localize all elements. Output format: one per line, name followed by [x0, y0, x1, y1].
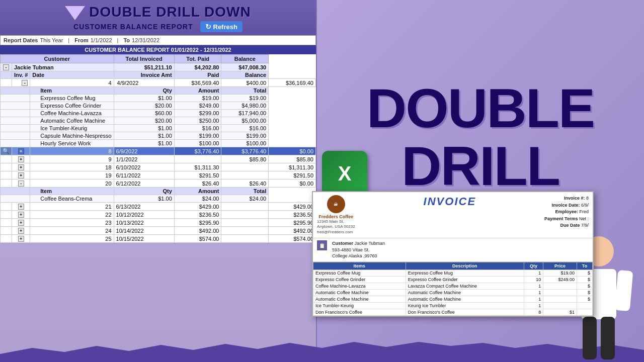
- inv24-date: 10/14/2022: [114, 227, 174, 235]
- inv9-date: 1/1/2022: [114, 155, 174, 163]
- item3-amount: $299.00: [174, 110, 221, 117]
- inv4-paid: $400.00: [221, 79, 269, 87]
- inv25-no: 25: [30, 235, 114, 243]
- inv4-expand-btn[interactable]: -: [22, 80, 28, 86]
- inv20-date: 6/12/2022: [114, 179, 174, 188]
- inv21-expand-btn[interactable]: +: [18, 204, 24, 210]
- invoice-row-19[interactable]: + 19 6/11/2022 $291.50 $291.50: [1, 171, 316, 179]
- item-row-4: Automatic Coffee Machine $20.00 $250.00 …: [1, 117, 316, 125]
- inv-item4-price: [543, 290, 577, 296]
- inv21-expand[interactable]: +: [12, 203, 30, 211]
- invoice-row-21[interactable]: + 21 6/13/2022 $429.00 $429.00: [1, 203, 316, 211]
- inv20-amt: $26.40: [174, 179, 221, 188]
- excel-icon: X: [322, 151, 367, 196]
- item20-1-qty: $1.00: [114, 195, 174, 203]
- inv23-expand-btn[interactable]: +: [18, 220, 24, 226]
- inv19-balance: $291.50: [269, 171, 316, 179]
- big-text-line1: DOUBLE: [367, 79, 594, 137]
- col-paid: Paid: [174, 71, 221, 79]
- total-col: Total: [221, 87, 269, 95]
- inv19-expand-btn[interactable]: +: [18, 172, 24, 178]
- invoice-row-24[interactable]: + 24 10/14/2022 $492.00 $492.00: [1, 227, 316, 235]
- inv-item6-desc: Keurig Ice Tumbler: [406, 303, 524, 309]
- inv-item2-qty: 10: [524, 277, 543, 283]
- inv20-expand-btn[interactable]: -: [18, 180, 24, 187]
- inv24-balance: $492.00: [269, 227, 316, 235]
- item-row-6: Capsule Machine-Nespresso $1.00 $199.00 …: [1, 132, 316, 140]
- inv20-expand[interactable]: -: [12, 179, 30, 188]
- inv25-amt: $574.00: [174, 235, 221, 243]
- item6-name: Capsule Machine-Nespresso: [30, 132, 114, 140]
- search-icon-cell: 🔍: [1, 147, 12, 155]
- col-invoice-amt: Invoice Amt: [114, 71, 174, 79]
- inv22-expand-btn[interactable]: +: [18, 212, 24, 218]
- inv9-balance: $85.80: [269, 155, 316, 163]
- invoice-row-22[interactable]: + 22 10/12/2022 $236.50 $236.50: [1, 211, 316, 219]
- inv21-date: 6/13/2022: [114, 203, 174, 211]
- item5-name: Ice Tumbler-Keurig: [30, 125, 114, 132]
- inv25-expand-btn[interactable]: +: [18, 236, 24, 242]
- item2-amount: $249.00: [174, 102, 221, 110]
- inv-no-line: Invoice #: 8: [544, 195, 589, 202]
- inv9-amt: [174, 155, 221, 163]
- inv-item-2: Expresso Coffee Grinder Expresso Coffee …: [313, 277, 593, 283]
- customer-expand[interactable]: -: [1, 63, 12, 71]
- inv24-expand[interactable]: +: [12, 227, 30, 235]
- customer-row[interactable]: - Jackie Tubman $51,211.10 $4,202.80 $47…: [1, 63, 316, 71]
- invoice-row-18[interactable]: + 18 6/10/2022 $1,311.30 $1,311.30: [1, 163, 316, 171]
- customer-expand-btn[interactable]: -: [3, 64, 9, 70]
- inv8-expand-btn[interactable]: +: [18, 148, 24, 154]
- company-address: 12345 Main St.Anytown, USA 00232fred@Fre…: [317, 219, 355, 235]
- inv4-expand[interactable]: -: [12, 79, 30, 87]
- invoice-row-23[interactable]: + 23 10/13/2022 $295.90 $295.90: [1, 219, 316, 227]
- inv25-expand[interactable]: +: [12, 235, 30, 243]
- invoice-row-4[interactable]: - 4 4/9/2022 $36,569.40 $400.00 $36,169.…: [1, 79, 316, 87]
- inv23-expand[interactable]: +: [12, 219, 30, 227]
- to-label: To: [123, 37, 130, 43]
- inv24-expand-btn[interactable]: +: [18, 228, 24, 234]
- inv-item2-desc: Expresso Coffee Grinder: [406, 277, 524, 283]
- invoice-row-25[interactable]: + 25 10/15/2022 $574.00 $574.00: [1, 235, 316, 243]
- item4-qty: $20.00: [114, 117, 174, 125]
- inv-item3-name: Coffee Machine-Lavazza: [313, 283, 406, 290]
- item5-amount: $16.00: [174, 125, 221, 132]
- inv18-expand[interactable]: +: [12, 163, 30, 171]
- inv9-paid: $85.80: [221, 155, 269, 163]
- col-date: Date: [30, 71, 114, 79]
- amount-col-20: Amount: [174, 188, 221, 195]
- invoice-row-9[interactable]: + 9 1/1/2022 $85.80 $85.80: [1, 155, 316, 163]
- inv21-balance: $429.00: [269, 203, 316, 211]
- inv-col-price: Price: [543, 262, 577, 270]
- item-row-2: Expresso Coffee Grinder $20.00 $249.00 $…: [1, 102, 316, 110]
- item1-amount: $19.00: [174, 95, 221, 102]
- invoice-row-20[interactable]: - 20 6/12/2022 $26.40 $26.40 $0.00: [1, 179, 316, 188]
- inv-item3-price: [543, 283, 577, 290]
- inv21-no: 21: [30, 203, 114, 211]
- item7-qty: $1.00: [114, 140, 174, 147]
- inv19-expand[interactable]: +: [12, 171, 30, 179]
- item3-total: $17,940.00: [221, 110, 269, 117]
- inv8-expand[interactable]: +: [12, 147, 30, 155]
- inv-item4-total: $: [577, 290, 592, 296]
- inv9-expand-btn[interactable]: +: [18, 156, 24, 162]
- popup-customer-city: College Alaska ,99760: [332, 253, 385, 259]
- refresh-button[interactable]: ↻ Refresh: [200, 21, 243, 32]
- inv23-no: 23: [30, 219, 114, 227]
- inv22-no: 22: [30, 211, 114, 219]
- inv4-no: 4: [30, 79, 114, 87]
- item6-total: $199.00: [221, 132, 269, 140]
- invoice-row-8[interactable]: 🔍 + 8 6/9/2022 $3,776.40 $3,776.40 $0.00: [1, 147, 316, 155]
- sub-title: CUSTOMER BALANCE REPORT: [73, 23, 193, 31]
- report-title-row: CUSTOMER BALANCE REPORT 01/01/2022 - 12/…: [0, 45, 316, 54]
- item6-amount: $199.00: [174, 132, 221, 140]
- inv9-expand[interactable]: +: [12, 155, 30, 163]
- inv-item6-price: [543, 303, 577, 309]
- inv18-expand-btn[interactable]: +: [18, 164, 24, 170]
- inv22-expand[interactable]: +: [12, 211, 30, 219]
- table-header-row: Customer Total Invoiced Tot. Paid Balanc…: [1, 55, 316, 63]
- invoice-title-section: INVOICE: [360, 195, 539, 208]
- from-date: 1/1/2022: [91, 37, 112, 43]
- item4-total: $5,000.00: [221, 117, 269, 125]
- item5-qty: $1.00: [114, 125, 174, 132]
- col-balance: Balance: [221, 55, 269, 63]
